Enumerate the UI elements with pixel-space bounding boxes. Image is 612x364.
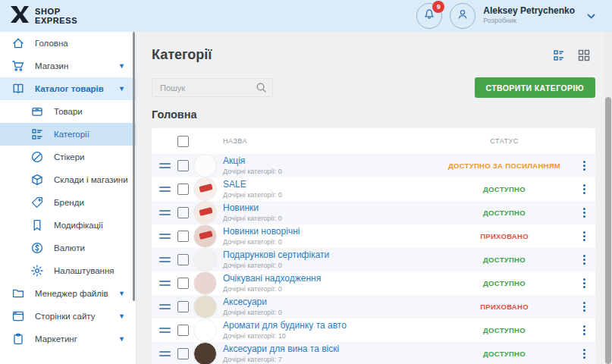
grid-view-toggle[interactable]	[577, 49, 591, 62]
drag-handle-icon[interactable]	[159, 163, 177, 168]
table-row: Очікувані надходженняДочірні категорії: …	[152, 271, 595, 295]
row-menu-button[interactable]	[573, 161, 595, 171]
sidebar-item-catalog[interactable]: Каталог товарів▼	[0, 77, 136, 100]
sidebar-item-label: Бренди	[54, 198, 136, 207]
table-row: Аромати для будинку та автоДочірні катег…	[152, 318, 595, 342]
row-checkbox[interactable]	[177, 160, 189, 171]
sidebar-item-warehouse[interactable]: Склади і магазини	[0, 168, 136, 191]
catalog-icon	[11, 82, 25, 96]
status-badge: ДОСТУПНО	[436, 256, 573, 264]
row-menu-button[interactable]	[573, 184, 595, 194]
category-name-link[interactable]: Аромати для будинку та авто	[223, 321, 436, 330]
search-icon[interactable]	[255, 81, 268, 97]
status-badge: ДОСТУПНО	[436, 279, 573, 287]
category-image	[193, 177, 217, 201]
chevron-down-icon: ▼	[118, 62, 125, 70]
sidebar-item-folder[interactable]: Менеджер файлів▼	[0, 282, 136, 305]
column-header-status: СТАТУС	[436, 137, 573, 145]
brand-x-icon	[10, 5, 30, 27]
categories-icon	[30, 127, 44, 141]
user-menu-chevron-icon[interactable]	[587, 14, 595, 19]
status-badge: ДОСТУПНО	[436, 185, 573, 193]
category-name-link[interactable]: Аксесуари для вина та віскі	[223, 344, 436, 353]
drag-handle-icon[interactable]	[159, 304, 177, 309]
sidebar-item-settings[interactable]: Налаштування	[0, 259, 136, 282]
chevron-down-icon: ▼	[118, 85, 125, 93]
status-badge: ДОСТУПНО ЗА ПОСИЛАННЯМ	[436, 162, 573, 170]
status-badge: ДОСТУПНО	[436, 209, 573, 217]
children-count: Дочірні категорії: 7	[223, 355, 436, 364]
row-checkbox[interactable]	[177, 254, 189, 265]
category-name-link[interactable]: Очікувані надходження	[223, 274, 436, 283]
sidebar-item-cart[interactable]: Магазин▼	[0, 55, 136, 77]
sidebar-item-marketing[interactable]: Маркетинг▼	[0, 328, 136, 350]
sidebar-item-categories[interactable]: Категорії	[0, 123, 136, 146]
drag-handle-icon[interactable]	[159, 187, 177, 192]
page-scrollbar[interactable]	[604, 32, 612, 364]
row-menu-button[interactable]	[573, 325, 595, 335]
row-checkbox[interactable]	[177, 301, 189, 312]
table-row: АкціяДочірні категорії: 0ДОСТУПНО ЗА ПОС…	[152, 154, 595, 177]
category-name-link[interactable]: SALE	[223, 180, 436, 189]
category-name-link[interactable]: Аксесуари	[223, 297, 436, 306]
select-all-checkbox[interactable]	[177, 136, 189, 147]
categories-table: НАЗВА СТАТУС АкціяДочірні категорії: 0ДО…	[152, 128, 595, 364]
children-count: Дочірні категорії: 0	[223, 261, 436, 270]
category-name-link[interactable]: Акція	[223, 156, 436, 165]
sidebar-item-label: Налаштування	[54, 266, 136, 275]
row-menu-button[interactable]	[573, 302, 595, 312]
sidebar-item-pages[interactable]: Сторінки сайту▼	[0, 305, 136, 328]
user-role: Розробник	[483, 16, 575, 26]
row-menu-button[interactable]	[573, 255, 595, 265]
row-menu-button[interactable]	[573, 349, 595, 359]
sidebar-item-label: Категорії	[54, 130, 136, 139]
sidebar-item-sticker[interactable]: Стікери	[0, 146, 136, 168]
currency-icon	[30, 241, 44, 255]
row-checkbox[interactable]	[177, 184, 189, 195]
row-checkbox[interactable]	[177, 278, 189, 289]
category-name-link[interactable]: Новинки	[223, 203, 436, 212]
brand-name: SHOP EXPRESS	[35, 7, 77, 25]
drag-handle-icon[interactable]	[159, 210, 177, 215]
row-checkbox[interactable]	[177, 231, 189, 242]
user-name: Aleksey Petrychenko	[483, 6, 575, 16]
drag-handle-icon[interactable]	[159, 257, 177, 262]
row-menu-button[interactable]	[573, 208, 595, 218]
row-checkbox[interactable]	[177, 207, 189, 218]
user-avatar[interactable]	[450, 3, 475, 29]
sidebar-item-products[interactable]: Товари	[0, 100, 136, 123]
children-count: Дочірні категорії: 0	[223, 167, 436, 176]
table-row: Новинки новорічніДочірні категорії: 0ПРИ…	[152, 224, 595, 248]
drag-handle-icon[interactable]	[159, 351, 177, 356]
sidebar-item-brand[interactable]: Бренди	[0, 191, 136, 214]
sidebar-item-bookmark[interactable]: Модифікації	[0, 214, 136, 237]
children-count: Дочірні категорії: 0	[223, 214, 436, 223]
notifications-button[interactable]: 9	[416, 3, 442, 29]
row-checkbox[interactable]	[177, 325, 189, 336]
children-count: Дочірні категорії: 0	[223, 190, 436, 199]
sidebar: ГоловнаМагазин▼Каталог товарів▼ТовариКат…	[0, 32, 137, 364]
sidebar-scrollbar[interactable]	[133, 32, 135, 301]
list-view-toggle[interactable]	[552, 49, 566, 62]
sidebar-item-currency[interactable]: Валюти	[0, 237, 136, 259]
sidebar-item-label: Сторінки сайту	[35, 312, 118, 321]
column-header-name: НАЗВА	[223, 137, 436, 145]
brand-logo[interactable]: SHOP EXPRESS	[0, 5, 137, 27]
sidebar-item-label: Менеджер файлів	[35, 289, 118, 298]
category-name-link[interactable]: Подарункові сертифікати	[223, 250, 436, 259]
sidebar-item-label: Маркетинг	[35, 334, 118, 344]
sticker-icon	[30, 150, 44, 164]
drag-handle-icon[interactable]	[159, 281, 177, 286]
row-menu-button[interactable]	[573, 231, 595, 241]
row-menu-button[interactable]	[573, 278, 595, 288]
page-scrollbar-thumb[interactable]	[605, 97, 611, 364]
create-category-button[interactable]: СТВОРИТИ КАТЕГОРІЮ	[475, 77, 595, 98]
drag-handle-icon[interactable]	[159, 328, 177, 333]
row-checkbox[interactable]	[177, 348, 189, 359]
sidebar-item-label: Головна	[35, 39, 136, 48]
sidebar-item-label: Склади і магазини	[54, 175, 136, 184]
brand-icon	[30, 196, 44, 209]
category-name-link[interactable]: Новинки новорічні	[223, 227, 436, 236]
sidebar-item-home[interactable]: Головна	[0, 32, 136, 55]
drag-handle-icon[interactable]	[159, 234, 177, 239]
